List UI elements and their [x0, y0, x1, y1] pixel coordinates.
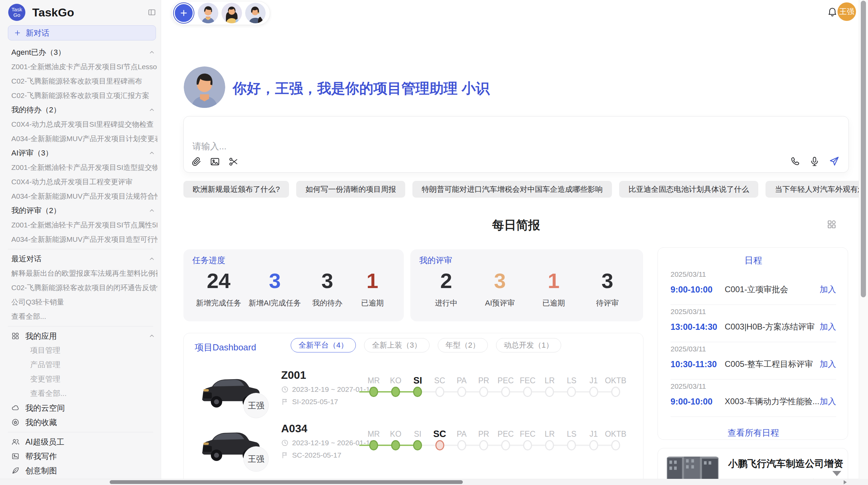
divider [671, 304, 836, 305]
milestone-oktb: OKTB [605, 427, 627, 465]
event-time: 10:30-11:30 [671, 359, 723, 369]
new-chat-button[interactable]: 新对话 [8, 25, 156, 40]
microphone-icon[interactable] [809, 156, 820, 166]
list-item[interactable]: A034-全新新能源MUV产品开发项目造型可行性评审 [11, 234, 157, 245]
milestone-ls: LS [560, 427, 582, 465]
layout-grid-icon[interactable] [827, 219, 837, 229]
dashboard-title: 项目Dashboard [195, 341, 256, 353]
project-row-a034[interactable]: 王强 A034 2023-12-19 ~ 2026-01-19 SC-2025-… [184, 418, 643, 471]
suggestion-chip[interactable]: 如何写一份清晰的项目周报 [296, 181, 405, 198]
section-agent-done[interactable]: Agent已办（3） [11, 47, 157, 58]
chevron-up-icon[interactable] [148, 207, 155, 214]
sidebar-item-help-write[interactable]: 帮我写作 [11, 451, 157, 462]
app-logo: Task Go [8, 4, 25, 21]
list-item[interactable]: C02-飞腾新能源轻客改款项目里程碑画布 [11, 76, 157, 87]
list-item[interactable]: C0X4-动力总成开发项目SI里程碑提交物检查 [11, 119, 157, 130]
stat-value: 3 [309, 267, 346, 295]
list-item[interactable]: Z001-全新燃油轻卡产品开发项目SI节点属性5D文件评审 [11, 220, 157, 231]
flag-label: SI-2025-05-17 [292, 398, 338, 406]
section-my-todo[interactable]: 我的待办（2） [11, 104, 157, 115]
sidebar-item-label: 帮我写作 [25, 451, 57, 462]
milestone-dot [413, 387, 422, 397]
suggestion-chip[interactable]: 当下年轻人对汽车外观有怎样的喜好趋势 [765, 181, 859, 198]
attach-file-icon[interactable] [191, 157, 202, 167]
sidebar-item-ai-employee[interactable]: AI超级员工 [11, 436, 157, 447]
list-item[interactable]: Z001-全新燃油轻卡产品开发项目SI造型提交物评审 [11, 162, 157, 173]
list-item[interactable]: A034-全新新能源MUV产品开发项目计划变更表编写 [11, 133, 157, 144]
view-all-schedule-link[interactable]: 查看所有日程 [671, 427, 836, 438]
news-card[interactable]: 小鹏飞行汽车制造公司增资 天眼查 App 显示，近日广州汇天飞行汽... [658, 448, 848, 479]
view-all-apps-link[interactable]: 查看全部... [11, 388, 157, 399]
chevron-up-icon[interactable] [148, 150, 155, 157]
milestone-dot [523, 440, 532, 450]
suggestion-chip[interactable]: 比亚迪全固态电池计划具体说了什么 [619, 181, 758, 198]
vertical-scrollbar-thumb[interactable] [861, 1, 866, 297]
section-recent-chats[interactable]: 最近对话 [11, 253, 157, 264]
list-item[interactable]: C0X4-动力总成开发项目工程变更评审 [11, 176, 157, 187]
join-button[interactable]: 加入 [820, 284, 836, 295]
sidebar-item-creative-draw[interactable]: 创意制图 [11, 465, 157, 476]
tab-year-model[interactable]: 年型（2） [438, 338, 488, 352]
recent-chat-item[interactable]: C02-飞腾新能源轻客改款项目的闭环通告反馈情况 [11, 282, 157, 293]
project-row-z001[interactable]: 王强 Z001 2023-12-19 ~ 2027-01-19 SI-2025-… [184, 364, 643, 418]
list-item[interactable]: Z001-全新燃油皮卡产品开发项目SI节点Lesson Learn报告 [11, 61, 157, 72]
milestone-label: KO [385, 375, 407, 386]
list-item[interactable]: A034-全新新能源MUV产品开发项目法规符合性评审 [11, 191, 157, 202]
event-date: 2025/03/11 [671, 345, 836, 355]
sidebar-item-favorites[interactable]: 我的收藏 [11, 417, 157, 428]
project-owner-badge: 王强 [243, 446, 269, 472]
voice-call-icon[interactable] [790, 156, 800, 166]
scissors-icon[interactable] [228, 157, 239, 167]
schedule-card: 日程 2025/03/11 9:00-10:00 C001-立项审批会 加入 2… [658, 247, 848, 440]
app-link-product-mgmt[interactable]: 产品管理 [11, 359, 157, 370]
suggestion-chip[interactable]: 欧洲新规最近颁布了什么? [183, 181, 289, 198]
list-item[interactable]: C02-飞腾新能源轻客改款项目立项汇报方案 [11, 90, 157, 101]
app-link-change-mgmt[interactable]: 变更管理 [11, 374, 157, 385]
view-all-chats-link[interactable]: 查看全部... [11, 311, 157, 322]
recent-chat-item[interactable]: 公司Q3轻卡销量 [11, 297, 157, 308]
stat-label: 已逾期 [535, 298, 572, 308]
section-ai-review[interactable]: AI评审（3） [11, 148, 157, 159]
milestone-label: KO [385, 428, 407, 439]
project-dashboard-card: 项目Dashboard 全新平台（4） 全新上装（3） 年型（2） 动总开发（1… [183, 333, 643, 479]
stat-value: 3 [481, 267, 519, 295]
tab-new-platform[interactable]: 全新平台（4） [291, 338, 356, 352]
tab-new-body[interactable]: 全新上装（3） [364, 338, 429, 352]
milestone-si: SI [407, 427, 429, 465]
sidebar-item-label: AI超级员工 [25, 436, 64, 447]
dashboard-tabs: 全新平台（4） 全新上装（3） 年型（2） 动总开发（1） [291, 338, 561, 352]
send-icon[interactable] [829, 156, 840, 167]
scroll-down-button[interactable] [832, 471, 841, 476]
app-link-project-mgmt[interactable]: 项目管理 [11, 345, 157, 356]
insert-image-icon[interactable] [210, 157, 220, 167]
chat-composer[interactable]: 请输入... [183, 116, 849, 173]
recent-chat-item[interactable]: 解释最新出台的欧盟报废车法规再生塑料比例被调至15%... [11, 268, 157, 279]
milestone-ls: LS [560, 374, 582, 412]
collapse-sidebar-icon[interactable] [148, 8, 156, 16]
section-my-review[interactable]: 我的评审（2） [11, 205, 157, 216]
join-button[interactable]: 加入 [820, 359, 836, 370]
schedule-item: 2025/03/11 9:00-10:00 C001-立项审批会 加入 [671, 270, 836, 305]
chevron-up-icon[interactable] [148, 256, 155, 262]
main-area: 王强 你好，王强，我是你的项目管理助理 小识 请输入... 欧洲新规最近颁布了 [161, 0, 859, 479]
tab-powertrain[interactable]: 动总开发（1） [496, 338, 561, 352]
chevron-up-icon[interactable] [148, 333, 155, 339]
chevron-up-icon[interactable] [148, 107, 155, 113]
flag-icon [281, 451, 289, 459]
sidebar-item-label: 创意制图 [25, 465, 57, 476]
join-button[interactable]: 加入 [820, 321, 836, 332]
schedule-item: 2025/03/11 9:00-10:00 X003-车辆动力学性能验... 加… [671, 382, 836, 417]
my-review-card: 我的评审 2 进行中 3 AI预评审 1 已逾期 3 [410, 249, 643, 321]
vertical-scrollbar [859, 0, 868, 485]
chevron-up-icon[interactable] [148, 49, 155, 56]
section-title: 我的待办（2） [11, 104, 61, 115]
flag-icon [281, 398, 289, 406]
sidebar-item-my-apps[interactable]: 我的应用 [11, 331, 157, 341]
event-date: 2025/03/11 [671, 382, 836, 393]
sidebar-item-cloud-space[interactable]: 我的云空间 [11, 402, 157, 413]
suggestion-chip[interactable]: 特朗普可能对进口汽车增税会对中国车企造成哪些影响 [412, 181, 612, 198]
milestone-label: SI [407, 428, 429, 439]
scroll-right-arrow[interactable] [844, 480, 847, 484]
join-button[interactable]: 加入 [820, 396, 836, 407]
horizontal-scrollbar-thumb[interactable] [110, 480, 463, 484]
